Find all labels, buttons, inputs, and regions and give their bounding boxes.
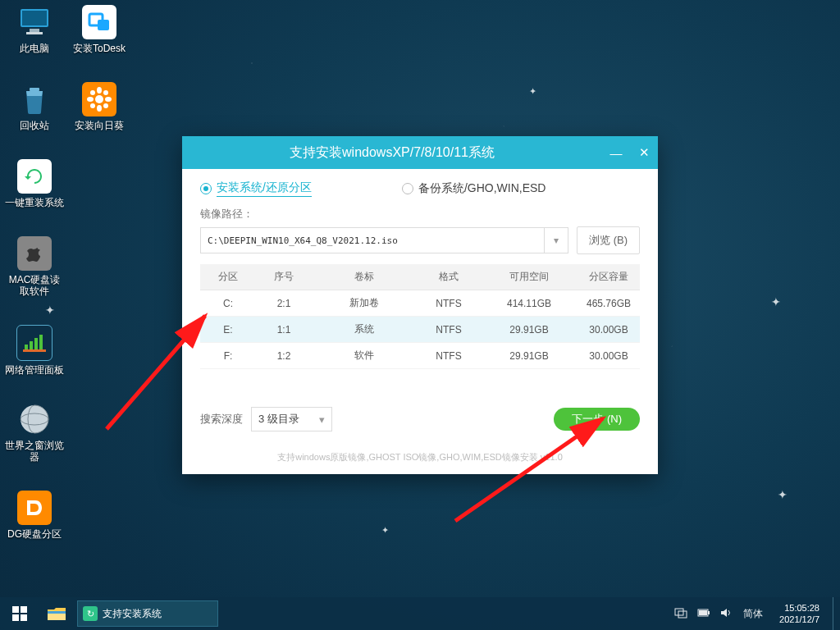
desktop-icon-label: 安装ToDesk <box>69 43 130 54</box>
table-row[interactable]: E:1:1系统NTFS29.91GB30.00GB <box>200 317 640 343</box>
desktop-icon-label: 一键重装系统 <box>4 197 65 208</box>
image-path-combobox[interactable]: ▾ <box>200 227 568 253</box>
desktop-icon-this-pc[interactable]: 此电脑 <box>4 5 65 54</box>
show-desktop-button[interactable] <box>833 597 840 630</box>
svg-rect-26 <box>21 606 27 613</box>
desktop: ✦ ✦ ✦ ✦ ✦ 此电脑 回收站 一键重装系统 MAC硬盘读取软件 网络管理面… <box>0 0 840 630</box>
window-title: 支持安装windowsXP/7/8/10/11系统 <box>182 144 602 162</box>
clock-date: 2021/12/7 <box>779 614 819 625</box>
star-icon: ✦ <box>381 525 389 536</box>
svg-rect-9 <box>23 349 46 352</box>
star-icon: ✦ <box>778 488 788 501</box>
todesk-icon <box>82 5 116 39</box>
col-volume: 卷标 <box>312 264 417 290</box>
svg-rect-6 <box>30 341 33 349</box>
partition-table: 分区 序号 卷标 格式 可用空间 分区容量 C:2:1新加卷NTFS414.11… <box>200 264 640 369</box>
svg-rect-35 <box>699 610 707 615</box>
desktop-icon-label: MAC硬盘读取软件 <box>4 274 65 297</box>
browse-button[interactable]: 浏览 (B) <box>577 226 640 254</box>
svg-rect-3 <box>26 32 43 34</box>
svg-point-16 <box>97 105 102 112</box>
dropdown-icon[interactable]: ▾ <box>544 228 568 253</box>
svg-rect-1 <box>22 11 47 25</box>
volume-tray-icon[interactable] <box>720 607 733 621</box>
col-index: 序号 <box>256 264 312 290</box>
close-button[interactable]: ✕ <box>630 136 658 169</box>
desktop-icon-recycle-bin[interactable]: 回收站 <box>4 82 65 131</box>
desktop-icon-theworld[interactable]: 世界之窗浏览器 <box>4 402 65 463</box>
taskbar: ↻ 支持安装系统 简体 15:05:28 2021/12/7 <box>0 597 840 630</box>
svg-rect-28 <box>21 614 27 621</box>
svg-rect-30 <box>48 611 66 614</box>
svg-point-14 <box>95 95 103 103</box>
path-label: 镜像路径： <box>200 207 640 221</box>
svg-rect-5 <box>25 345 28 349</box>
table-row[interactable]: F:1:2软件NTFS29.91GB30.00GB <box>200 343 640 369</box>
globe-icon <box>17 402 52 436</box>
desktop-icon-label: 此电脑 <box>4 43 65 54</box>
svg-point-20 <box>103 90 108 95</box>
desktop-icon-todesk[interactable]: 安装ToDesk <box>69 5 130 54</box>
monitor-icon <box>17 5 52 39</box>
taskbar-item-installer[interactable]: ↻ 支持安装系统 <box>77 600 218 627</box>
svg-rect-34 <box>708 611 710 614</box>
taskbar-explorer[interactable] <box>39 597 74 630</box>
svg-rect-4 <box>30 88 39 91</box>
svg-point-18 <box>105 97 112 102</box>
svg-rect-2 <box>30 29 39 32</box>
reinstall-icon <box>17 159 52 194</box>
taskbar-clock[interactable]: 15:05:28 2021/12/7 <box>773 602 826 625</box>
apple-icon <box>17 236 52 271</box>
ime-indicator[interactable]: 简体 <box>743 607 763 621</box>
svg-rect-13 <box>98 20 109 30</box>
star-icon: ✦ <box>45 304 55 317</box>
battery-tray-icon[interactable] <box>697 608 710 620</box>
svg-point-17 <box>87 97 94 102</box>
svg-rect-8 <box>39 335 43 349</box>
sunflower-icon <box>82 82 116 116</box>
desktop-icon-label: 安装向日葵 <box>69 120 130 131</box>
table-row[interactable]: C:2:1新加卷NTFS414.11GB465.76GB <box>200 290 640 317</box>
desktop-icon-network-panel[interactable]: 网络管理面板 <box>4 325 65 376</box>
radio-backup[interactable]: 备份系统/GHO,WIN,ESD <box>402 181 546 196</box>
svg-rect-7 <box>34 338 38 349</box>
radio-icon <box>200 183 212 194</box>
taskbar-item-label: 支持安装系统 <box>103 607 162 621</box>
svg-point-19 <box>90 90 95 95</box>
desktop-icon-diskgenius[interactable]: DG硬盘分区 <box>4 491 65 540</box>
svg-rect-31 <box>675 609 683 615</box>
radio-icon <box>402 183 413 194</box>
svg-point-21 <box>90 103 95 108</box>
desktop-icon-sunlogin[interactable]: 安装向日葵 <box>69 82 130 131</box>
next-button[interactable]: 下一步 (N) <box>554 408 640 431</box>
desktop-icon-reinstall[interactable]: 一键重装系统 <box>4 159 65 208</box>
svg-point-22 <box>103 103 108 108</box>
start-button[interactable] <box>0 597 39 630</box>
star-icon: ✦ <box>529 86 536 97</box>
radio-install-restore[interactable]: 安装系统/还原分区 <box>200 180 312 197</box>
dropdown-icon: ▾ <box>319 413 325 426</box>
desktop-icon-label: 网络管理面板 <box>4 364 65 376</box>
image-path-input[interactable] <box>201 228 544 253</box>
desktop-icon-label: DG硬盘分区 <box>4 528 65 540</box>
search-depth-select[interactable]: 3 级目录 ▾ <box>251 407 332 431</box>
network-tray-icon[interactable] <box>674 607 687 621</box>
system-tray: 简体 15:05:28 2021/12/7 <box>668 602 833 625</box>
svg-rect-32 <box>678 611 687 618</box>
minimize-button[interactable]: — <box>602 136 630 169</box>
search-depth-label: 搜索深度 <box>200 412 243 427</box>
titlebar[interactable]: 支持安装windowsXP/7/8/10/11系统 — ✕ <box>182 136 658 169</box>
col-format: 格式 <box>417 264 481 290</box>
network-icon <box>16 325 52 361</box>
svg-point-15 <box>97 87 102 94</box>
radio-label: 备份系统/GHO,WIN,ESD <box>418 181 546 196</box>
trash-icon <box>17 82 52 116</box>
col-capacity: 分区容量 <box>578 264 640 290</box>
clock-time: 15:05:28 <box>779 602 819 614</box>
installer-window: 支持安装windowsXP/7/8/10/11系统 — ✕ 安装系统/还原分区 … <box>182 136 658 474</box>
radio-label: 安装系统/还原分区 <box>217 180 312 197</box>
col-partition: 分区 <box>200 264 256 290</box>
desktop-icon-mac-disk[interactable]: MAC硬盘读取软件 <box>4 236 65 297</box>
app-icon: ↻ <box>83 606 98 621</box>
desktop-icon-label: 回收站 <box>4 120 65 131</box>
